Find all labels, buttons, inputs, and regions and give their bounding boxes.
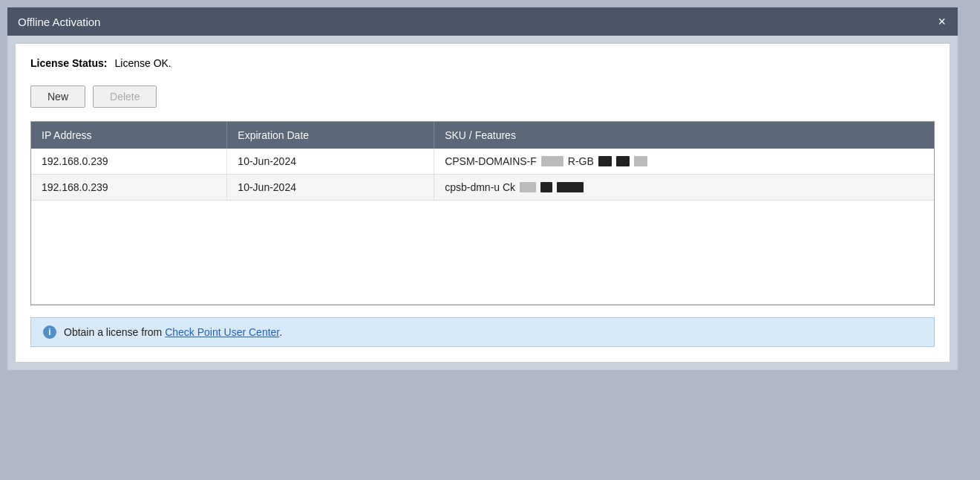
info-icon: i	[43, 325, 56, 339]
table-header-row: IP Address Expiration Date SKU / Feature…	[31, 122, 934, 149]
dialog-title: Offline Activation	[18, 16, 100, 28]
redacted-block-1	[541, 156, 564, 166]
offline-activation-dialog: Offline Activation × License Status: Lic…	[7, 7, 958, 370]
cell-expiration: 10-Jun-2024	[227, 175, 434, 201]
button-row: New Delete	[30, 85, 935, 108]
dialog-body: License Status: License OK. New Delete I…	[15, 43, 950, 363]
close-button[interactable]: ×	[936, 15, 947, 28]
new-button[interactable]: New	[30, 85, 85, 108]
col-header-expiration: Expiration Date	[227, 122, 434, 149]
license-status-row: License Status: License OK.	[30, 57, 935, 69]
license-status-label: License Status:	[30, 57, 107, 69]
sku-text-2: R-GB	[568, 155, 594, 167]
empty-cell	[31, 201, 934, 305]
check-point-user-center-link[interactable]: Check Point User Center	[165, 326, 279, 338]
sku-text: cpsb-dmn-u Ck	[445, 181, 515, 193]
sku-text: CPSM-DOMAINS-F	[445, 155, 537, 167]
col-header-ip: IP Address	[31, 122, 227, 149]
redacted-block-3	[616, 156, 630, 166]
cell-expiration: 10-Jun-2024	[227, 149, 434, 175]
redacted-block-6	[540, 182, 552, 192]
delete-button[interactable]: Delete	[93, 85, 157, 108]
redacted-block-5	[520, 182, 536, 192]
redacted-block-4	[634, 156, 647, 166]
dialog-titlebar: Offline Activation ×	[7, 7, 958, 36]
cell-ip: 192.168.0.239	[31, 175, 227, 201]
cell-ip: 192.168.0.239	[31, 149, 227, 175]
col-header-sku: SKU / Features	[434, 122, 934, 149]
cell-sku: cpsb-dmn-u Ck	[434, 175, 934, 201]
info-bar: i Obtain a license from Check Point User…	[30, 317, 935, 347]
cell-sku: CPSM-DOMAINS-F R-GB	[434, 149, 934, 175]
license-table-container: IP Address Expiration Date SKU / Feature…	[30, 121, 935, 305]
info-text: Obtain a license from Check Point User C…	[64, 326, 282, 338]
redacted-block-7	[557, 182, 584, 192]
table-row[interactable]: 192.168.0.239 10-Jun-2024 cpsb-dmn-u Ck	[31, 175, 934, 201]
table-row[interactable]: 192.168.0.239 10-Jun-2024 CPSM-DOMAINS-F…	[31, 149, 934, 175]
license-table: IP Address Expiration Date SKU / Feature…	[31, 122, 934, 305]
table-empty-row	[31, 201, 934, 305]
info-text-after: .	[279, 326, 282, 338]
redacted-block-2	[598, 156, 612, 166]
info-text-before: Obtain a license from	[64, 326, 165, 338]
license-status-value: License OK.	[114, 57, 171, 69]
